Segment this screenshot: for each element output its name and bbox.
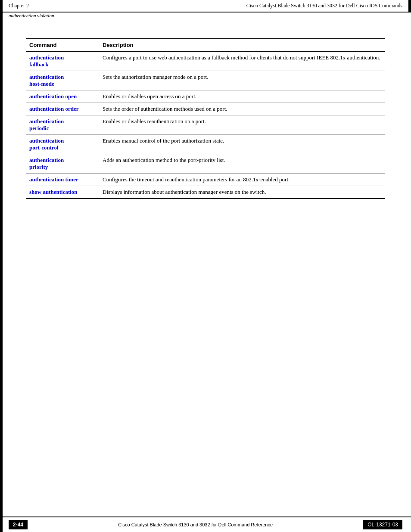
table-row: show authenticationDisplays information … [26,186,385,199]
page-footer: 2-44 Cisco Catalyst Blade Switch 3130 an… [0,516,411,532]
command-link-line1[interactable]: authentication [29,137,96,144]
header-title: Cisco Catalyst Blade Switch 3130 and 303… [246,3,402,9]
command-link[interactable]: authentication timer [29,176,96,183]
command-cell[interactable]: show authentication [26,186,99,199]
command-cell[interactable]: authenticationfallback [26,51,99,71]
description-cell: Sets the order of authentication methods… [99,103,385,115]
command-cell[interactable]: authenticationperiodic [26,115,99,135]
section-label: authentication violation [9,13,54,18]
table-row: authenticationpriorityAdds an authentica… [26,154,385,174]
command-table: Command Description authenticationfallba… [26,38,385,199]
page-header: Chapter 2 Cisco Catalyst Blade Switch 31… [0,0,411,12]
command-link-line2[interactable]: fallback [29,61,96,68]
command-link-line1[interactable]: authentication [29,54,96,61]
command-link-line1[interactable]: authentication [29,157,96,164]
command-link-line1[interactable]: authentication [29,118,96,125]
command-link[interactable]: authentication open [29,93,96,100]
main-content: Command Description authenticationfallba… [26,38,385,199]
table-row: authenticationport-controlEnables manual… [26,135,385,154]
col-header-command: Command [26,39,99,51]
description-cell: Configures the timeout and reauthenticat… [99,174,385,186]
footer-doc-title: Cisco Catalyst Blade Switch 3130 and 303… [118,522,273,527]
footer-doc-id: OL-13271-03 [363,520,402,529]
command-cell[interactable]: authenticationhost-mode [26,71,99,90]
command-link-line2[interactable]: periodic [29,125,96,132]
description-cell: Displays information about authenticatio… [99,186,385,199]
table-row: authenticationfallbackConfigures a port … [26,51,385,71]
command-cell[interactable]: authentication open [26,90,99,103]
description-cell: Enables or disables open access on a por… [99,90,385,103]
command-cell[interactable]: authenticationpriority [26,154,99,174]
table-row: authentication openEnables or disables o… [26,90,385,103]
table-row: authentication orderSets the order of au… [26,103,385,115]
command-link-line2[interactable]: port-control [29,144,96,151]
command-link-line2[interactable]: priority [29,164,96,171]
command-cell[interactable]: authenticationport-control [26,135,99,154]
command-link[interactable]: authentication order [29,106,96,112]
command-link-line1[interactable]: authentication [29,74,96,81]
table-row: authentication timerConfigures the timeo… [26,174,385,186]
left-sidebar-bar [0,0,3,532]
table-row: authenticationhost-modeSets the authoriz… [26,71,385,90]
description-cell: Adds an authentication method to the por… [99,154,385,174]
page-number: 2-44 [9,520,28,529]
description-cell: Sets the authorization manager mode on a… [99,71,385,90]
command-cell[interactable]: authentication order [26,103,99,115]
description-cell: Enables or disables reauthentication on … [99,115,385,135]
header-right-bar [408,0,411,12]
command-cell[interactable]: authentication timer [26,174,99,186]
command-link[interactable]: show authentication [29,189,96,196]
command-link-line2[interactable]: host-mode [29,81,96,87]
description-cell: Configures a port to use web authenticat… [99,51,385,71]
chapter-label: Chapter 2 [9,3,29,9]
description-cell: Enables manual control of the port autho… [99,135,385,154]
col-header-description: Description [99,39,385,51]
table-row: authenticationperiodicEnables or disable… [26,115,385,135]
